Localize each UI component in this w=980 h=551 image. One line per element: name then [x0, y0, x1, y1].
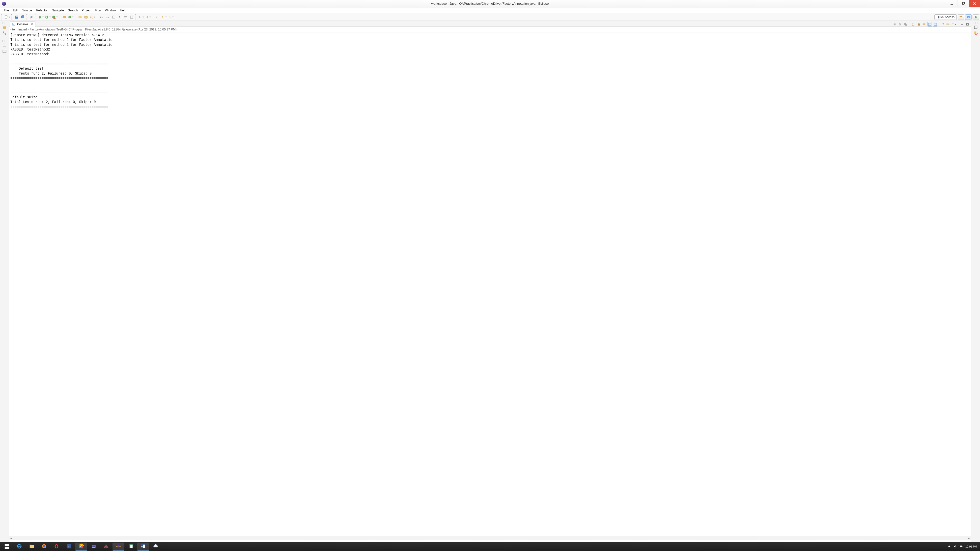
svg-rect-71: [7, 544, 9, 546]
soft-wrap-button[interactable]: [123, 14, 128, 20]
show-console-error-icon[interactable]: [933, 22, 937, 27]
snipping-tool-icon[interactable]: [100, 543, 112, 551]
svg-point-91: [106, 546, 108, 548]
scroll-lock-icon[interactable]: [916, 22, 921, 27]
console-tab[interactable]: Console ✕: [10, 21, 35, 27]
toggle-button-a[interactable]: [129, 14, 134, 20]
tray-volume-icon[interactable]: [953, 545, 957, 548]
chrome-icon[interactable]: [75, 543, 87, 551]
open-task-button[interactable]: [83, 14, 89, 20]
facebook-icon[interactable]: f: [63, 543, 75, 551]
toggle-breadcrumb-button[interactable]: [99, 14, 105, 20]
svg-rect-24: [79, 16, 81, 18]
open-type-button[interactable]: [77, 14, 83, 20]
word-icon[interactable]: W: [137, 543, 149, 551]
svg-point-80: [56, 545, 57, 548]
remove-all-launches-icon[interactable]: [903, 22, 908, 27]
restore-package-dep-icon[interactable]: [2, 31, 7, 35]
menu-run[interactable]: Run: [93, 9, 103, 12]
annotation-prev-button[interactable]: [145, 14, 151, 20]
console-tab-close-icon[interactable]: ✕: [30, 22, 33, 26]
quick-access-field[interactable]: Quick Access: [934, 14, 957, 20]
menu-window[interactable]: Window: [103, 9, 118, 12]
forward-button[interactable]: [167, 14, 174, 20]
svg-rect-49: [894, 23, 896, 25]
menu-source[interactable]: Source: [20, 9, 34, 12]
coverage-button[interactable]: [51, 14, 58, 20]
maximize-view-icon[interactable]: [965, 22, 970, 27]
firefox-icon[interactable]: [38, 543, 50, 551]
restore-outline-icon[interactable]: [974, 31, 978, 35]
tray-hidden-icons[interactable]: [948, 545, 951, 548]
block-selection-button[interactable]: [111, 14, 116, 20]
menu-help[interactable]: Help: [118, 9, 128, 12]
window-close[interactable]: [969, 0, 980, 7]
word-wrap-console-icon[interactable]: [922, 22, 926, 27]
new-java-class-button[interactable]: C: [67, 14, 74, 20]
console-sub-header: <terminated> FactoryAnnotation [TestNG] …: [9, 27, 971, 32]
open-perspective-button[interactable]: [958, 14, 964, 20]
putty-icon[interactable]: [88, 543, 100, 551]
scroll-right-icon[interactable]: ▸: [967, 536, 971, 540]
svg-line-27: [92, 17, 93, 19]
menu-project[interactable]: Project: [80, 9, 94, 12]
svg-rect-44: [3, 44, 6, 46]
minimize-view-icon[interactable]: [960, 22, 964, 27]
last-edit-location-button[interactable]: [154, 14, 160, 20]
save-all-button[interactable]: [20, 14, 25, 20]
debug-button[interactable]: [38, 14, 44, 20]
window-maximize[interactable]: [957, 0, 969, 7]
svg-rect-1: [962, 3, 964, 5]
annotation-next-button[interactable]: [138, 14, 144, 20]
restore-package-explorer-icon[interactable]: [2, 25, 7, 29]
show-whitespace-button[interactable]: ¶: [117, 14, 123, 20]
console-output[interactable]: [RemoteTestNG] detected TestNG version 6…: [9, 32, 971, 536]
search-button[interactable]: [89, 14, 95, 20]
excel-icon[interactable]: [125, 543, 137, 551]
svg-rect-72: [5, 547, 7, 549]
console-tab-label: Console: [17, 22, 28, 26]
restore-editor-2-icon[interactable]: [2, 49, 7, 54]
file-explorer-icon[interactable]: [26, 543, 38, 551]
java-perspective-button[interactable]: J: [965, 14, 972, 20]
menu-search[interactable]: Search: [66, 9, 80, 12]
mark-occurrences-button[interactable]: [105, 14, 110, 20]
svg-rect-8: [16, 16, 18, 17]
tray-battery-icon[interactable]: [959, 545, 963, 548]
terminate-icon[interactable]: [892, 22, 897, 27]
console-horizontal-scrollbar[interactable]: ◂ ▸: [9, 536, 971, 540]
opera-icon[interactable]: [51, 543, 62, 551]
trim-grip-icon-2: ⋮⋮⋮: [2, 40, 7, 41]
run-button[interactable]: [45, 14, 51, 20]
tray-clock[interactable]: 10:06 PM: [966, 545, 977, 548]
restore-task-list-icon[interactable]: [974, 25, 978, 29]
debug-perspective-button[interactable]: [972, 14, 979, 20]
ie-icon[interactable]: [13, 543, 25, 551]
open-console-icon[interactable]: +: [952, 22, 956, 27]
scroll-left-icon[interactable]: ◂: [9, 536, 13, 540]
show-console-output-icon[interactable]: [928, 22, 932, 27]
svg-rect-67: [966, 23, 968, 25]
menu-file[interactable]: File: [2, 9, 11, 12]
window-minimize[interactable]: [946, 0, 957, 7]
menu-edit[interactable]: Edit: [11, 9, 20, 12]
pin-console-icon[interactable]: [941, 22, 945, 27]
menu-navigate[interactable]: Navigate: [50, 9, 66, 12]
restore-editor-icon[interactable]: [2, 43, 7, 48]
clear-console-icon[interactable]: [911, 22, 916, 27]
sash-drag-handle-icon[interactable]: ⋮⋮⋮: [9, 540, 971, 542]
right-trim-bar: ⋮⋮⋮: [971, 21, 980, 542]
remove-launch-icon[interactable]: [898, 22, 902, 27]
svg-rect-63: [947, 24, 948, 25]
save-button[interactable]: [14, 14, 19, 20]
start-button[interactable]: [1, 543, 13, 551]
new-button[interactable]: [4, 14, 10, 20]
back-button[interactable]: [161, 14, 167, 20]
new-java-package-button[interactable]: [62, 14, 67, 20]
skip-breakpoints-button[interactable]: [29, 14, 34, 20]
eclipse-task-icon[interactable]: [113, 543, 124, 551]
menu-refactor[interactable]: Refactor: [34, 9, 49, 12]
display-console-icon[interactable]: [946, 22, 951, 27]
svg-point-94: [116, 544, 121, 548]
cloud-app-icon[interactable]: [150, 543, 162, 551]
